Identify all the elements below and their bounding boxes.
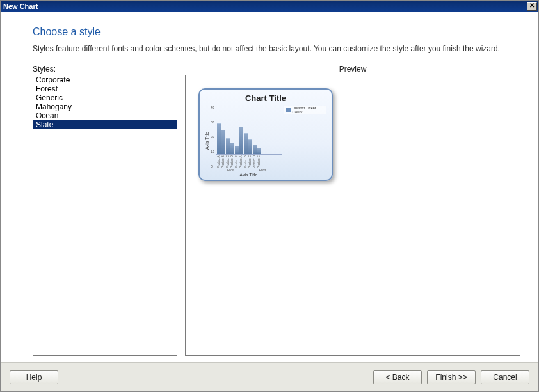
new-chart-dialog: New Chart ✕ Choose a style Styles featur… (0, 0, 539, 392)
x-tick: Product A (217, 155, 221, 168)
bar (253, 145, 257, 154)
bar (226, 138, 230, 154)
y-tick: 10 (211, 150, 214, 153)
y-tick: 30 (211, 120, 214, 124)
x-tick: Product E (257, 155, 261, 168)
group-labels: Prod …Prod … (216, 168, 282, 172)
bar (235, 146, 239, 154)
preview-label: Preview (185, 65, 520, 74)
plot-area: Product AProduct BProduct CProduct DProd… (216, 104, 282, 177)
group-label: Prod … (259, 168, 270, 172)
bar (244, 133, 248, 154)
group-label: Prod … (227, 168, 238, 172)
y-axis-ticks: 403020100 (209, 104, 216, 177)
preview-box: Chart Title Axis Title 403020100 Product… (185, 75, 520, 356)
y-tick: 0 (211, 164, 214, 168)
style-option-forest[interactable]: Forest (33, 84, 177, 93)
finish-button[interactable]: Finish >> (427, 370, 476, 384)
x-tick: Product B (244, 155, 248, 168)
bar (239, 127, 243, 154)
bar (257, 148, 261, 154)
chart-preview: Chart Title Axis Title 403020100 Product… (198, 88, 333, 181)
panels: Styles: CorporateForestGenericMahoganyOc… (33, 65, 520, 356)
cancel-button[interactable]: Cancel (481, 370, 529, 384)
help-button[interactable]: Help (10, 370, 58, 384)
bars (216, 104, 282, 155)
style-option-mahogany[interactable]: Mahogany (33, 102, 177, 111)
bar (248, 139, 252, 154)
y-tick: 20 (211, 135, 214, 139)
preview-column: Preview Chart Title Axis Title 403020100… (185, 65, 520, 356)
titlebar: New Chart ✕ (1, 1, 538, 12)
legend: Distinct Ticket Count (282, 104, 326, 177)
styles-listbox[interactable]: CorporateForestGenericMahoganyOceanSlate (33, 75, 177, 356)
chart-title: Chart Title (245, 93, 286, 103)
style-option-generic[interactable]: Generic (33, 93, 177, 102)
button-bar: Help < Back Finish >> Cancel (1, 362, 538, 391)
x-tick: Product A (239, 155, 243, 168)
legend-text: Distinct Ticket Count (293, 106, 325, 114)
styles-column: Styles: CorporateForestGenericMahoganyOc… (33, 65, 177, 356)
back-button[interactable]: < Back (373, 370, 422, 384)
x-tick: Product C (226, 155, 230, 168)
x-tick: Product B (221, 155, 225, 168)
legend-swatch-icon (286, 108, 291, 112)
window-title: New Chart (3, 3, 38, 10)
bar (230, 143, 234, 154)
x-tick: Product E (235, 155, 239, 168)
bar (217, 123, 221, 154)
x-tick: Product D (253, 155, 257, 168)
style-option-ocean[interactable]: Ocean (33, 111, 177, 120)
page-heading: Choose a style (33, 26, 520, 38)
styles-label: Styles: (33, 65, 177, 74)
chart-body: Axis Title 403020100 Product AProduct BP… (205, 104, 326, 177)
x-tick: Product D (230, 155, 234, 168)
legend-item: Distinct Ticket Count (284, 106, 326, 114)
close-icon[interactable]: ✕ (527, 2, 537, 11)
content-area: Choose a style Styles feature different … (1, 12, 538, 362)
page-description: Styles feature different fonts and color… (33, 44, 520, 53)
bar (221, 130, 225, 154)
x-axis-ticks: Product AProduct BProduct CProduct DProd… (216, 155, 282, 168)
x-tick: Product C (248, 155, 252, 168)
y-tick: 40 (211, 106, 214, 109)
x-axis-title: Axis Title (216, 173, 282, 177)
style-option-slate[interactable]: Slate (33, 120, 177, 129)
y-axis-title: Axis Title (205, 104, 209, 177)
style-option-corporate[interactable]: Corporate (33, 75, 177, 84)
